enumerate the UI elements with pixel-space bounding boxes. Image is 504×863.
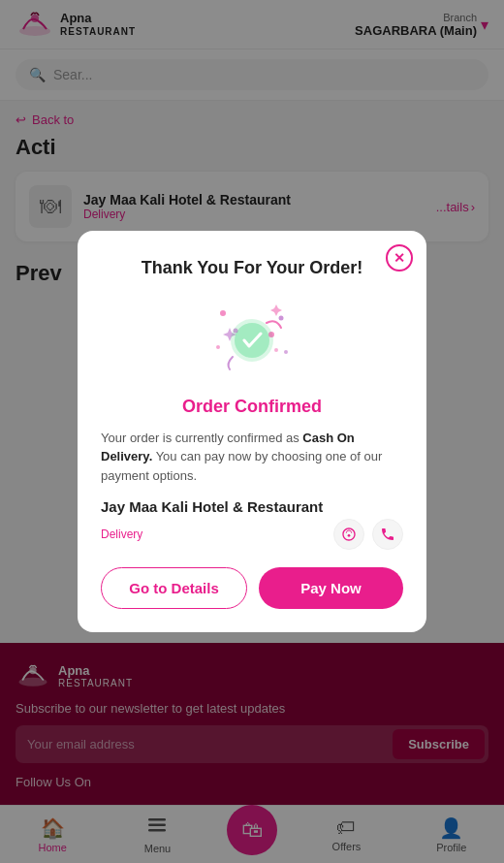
modal-desc-part1: Your order is currently confirmed as [101,431,302,445]
modal-title: Thank You For Your Order! [101,258,403,278]
chat-icon-button[interactable] [333,519,364,550]
order-confirmed-modal: ✕ Thank You For Your Order! [78,231,426,633]
svg-point-10 [284,350,288,354]
svg-point-7 [220,310,226,316]
success-illustration [208,294,296,381]
phone-icon-button[interactable] [372,519,403,550]
modal-overlay: ✕ Thank You For Your Order! [0,0,504,863]
svg-point-9 [216,345,220,349]
svg-point-15 [234,328,238,333]
svg-point-17 [348,534,351,537]
svg-point-8 [279,315,284,320]
modal-description: Your order is currently confirmed as Cas… [101,429,403,486]
modal-delivery-label: Delivery [101,527,142,541]
modal-restaurant-name: Jay Maa Kali Hotel & Restaurant [101,498,403,515]
close-icon: ✕ [394,250,405,266]
pay-now-button[interactable]: Pay Now [259,567,403,609]
svg-point-14 [268,332,274,337]
modal-delivery-row: Delivery [101,519,403,550]
modal-buttons: Go to Details Pay Now [101,567,403,609]
order-confirmed-label: Order Confirmed [101,397,403,417]
svg-point-12 [235,323,269,358]
modal-close-button[interactable]: ✕ [386,244,413,272]
svg-point-16 [274,348,278,352]
modal-action-icons [333,519,403,550]
modal-illustration [208,294,296,381]
go-to-details-button[interactable]: Go to Details [101,567,247,609]
